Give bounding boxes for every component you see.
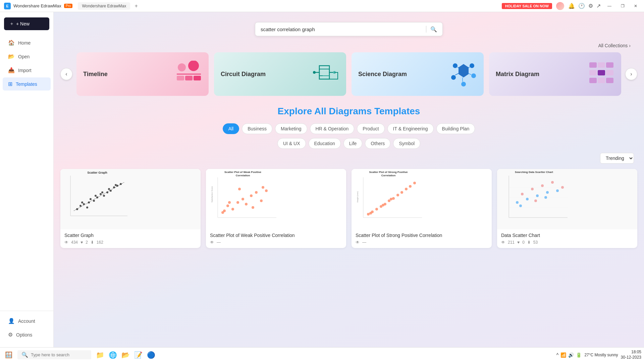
template-card-scatter-graph[interactable]: Scatter Graph [60, 169, 201, 248]
sidebar-item-options[interactable]: ⚙ Options [3, 328, 51, 341]
tab-item[interactable]: Wondershare EdrawMax [78, 2, 130, 10]
template-card-scatter-weak[interactable]: Scatter Plot of Weak Positive Correlatio… [206, 169, 346, 248]
filter-tab-ui[interactable]: UI & UX [277, 138, 306, 149]
pro-badge: Pro [64, 4, 73, 8]
view-count: 434 [71, 240, 78, 245]
search-input[interactable] [261, 26, 422, 32]
svg-rect-77 [352, 169, 425, 223]
up-arrow-icon[interactable]: ^ [556, 352, 559, 358]
svg-text:Satisfaction Score: Satisfaction Score [211, 186, 213, 202]
svg-rect-22 [589, 62, 597, 68]
template-info-scatter-weak: Scatter Plot of Weak Positive Correlatio… [206, 229, 346, 248]
new-button-label: + New [16, 21, 30, 26]
filter-tab-life[interactable]: Life [343, 138, 363, 149]
filter-tab-all[interactable]: All [223, 123, 239, 134]
options-icon: ⚙ [8, 331, 13, 338]
svg-point-109 [536, 194, 539, 197]
explore-text: Explore [278, 106, 314, 116]
template-meta-scatter-strong: 👁 — [356, 240, 488, 245]
template-card-scatter-strong[interactable]: Scatter Plot of Strong Positive Correlat… [352, 169, 492, 248]
carousel-card-timeline[interactable]: Timeline [76, 52, 209, 96]
sidebar-item-import[interactable]: 📥 Import [3, 64, 51, 77]
taskbar-app-explorer[interactable]: 📁 [94, 349, 106, 361]
svg-text:Searching Data Scartter Chart: Searching Data Scartter Chart [515, 171, 553, 174]
taskbar-app-files[interactable]: 📂 [119, 349, 131, 361]
view-icon4: 👁 [501, 240, 505, 245]
template-preview-scatter-strong: Scatter Plot of Strong Positive Correlat… [352, 169, 492, 229]
filter-tab-building[interactable]: Building Plan [436, 123, 475, 134]
all-collections-link[interactable]: All Collections › [598, 43, 631, 48]
search-button[interactable]: 🔍 [430, 26, 437, 33]
taskbar-search-input[interactable] [31, 352, 85, 357]
filter-tab-others[interactable]: Others [365, 138, 390, 149]
taskbar-app-edraw[interactable]: 🔵 [145, 349, 157, 361]
svg-point-75 [223, 209, 226, 212]
svg-point-72 [228, 201, 231, 204]
svg-text:Scatter Graph: Scatter Graph [87, 171, 107, 174]
new-button[interactable]: ＋ + New [4, 17, 49, 30]
template-meta-data-scatter: 👁 211 ♥ 0 ⬇ 53 [501, 240, 633, 245]
clock-icon[interactable]: 🕐 [578, 3, 585, 9]
carousel-card-matrix[interactable]: Matrix Diagram [489, 52, 621, 96]
taskbar-app-chrome[interactable]: 🌐 [107, 349, 119, 361]
svg-point-68 [250, 194, 253, 197]
sidebar-label-account: Account [18, 318, 35, 324]
sidebar-label-options: Options [16, 332, 32, 338]
filter-tab-business[interactable]: Business [242, 123, 272, 134]
network-icon[interactable]: 📶 [560, 352, 566, 358]
close-button[interactable]: ✕ [631, 4, 640, 8]
filter-tab-education[interactable]: Education [309, 138, 341, 149]
svg-point-110 [541, 184, 544, 187]
sidebar-label-home: Home [18, 40, 31, 46]
sidebar-label-templates: Templates [16, 81, 37, 87]
svg-point-111 [546, 191, 549, 194]
filter-tab-symbol[interactable]: Symbol [393, 138, 420, 149]
carousel-prev-button[interactable]: ‹ [60, 68, 72, 80]
holiday-sale-button[interactable]: HOLIDAY SALE ON NOW [502, 3, 552, 9]
volume-icon[interactable]: 🔊 [568, 352, 574, 358]
matrix-visual [588, 61, 614, 87]
maximize-button[interactable]: ❐ [618, 4, 627, 8]
tab-add-button[interactable]: + [133, 3, 140, 9]
svg-point-94 [413, 182, 416, 184]
svg-point-54 [115, 184, 117, 186]
view-icon3: 👁 [356, 240, 360, 245]
svg-point-71 [265, 189, 268, 192]
start-button[interactable]: 🪟 [3, 349, 15, 361]
share-icon[interactable]: ↗ [596, 3, 601, 9]
svg-point-105 [516, 201, 519, 204]
chevron-right-icon: › [629, 43, 631, 48]
carousel-next-button[interactable]: › [625, 68, 637, 80]
sidebar-item-templates[interactable]: ⊞ Templates [3, 77, 51, 90]
user-avatar[interactable] [556, 2, 564, 10]
svg-rect-3 [185, 76, 193, 80]
like-count: 2 [86, 240, 88, 245]
carousel-card-circuit[interactable]: Circuit Diagram [214, 52, 346, 96]
svg-point-83 [367, 213, 370, 216]
settings-icon[interactable]: ⚙ [588, 3, 593, 9]
template-card-data-scatter[interactable]: Searching Data Scartter Chart [497, 169, 637, 248]
carousel-card-science[interactable]: Science Diagram [352, 52, 484, 96]
minimize-button[interactable]: — [605, 4, 614, 8]
sidebar-item-open[interactable]: 📂 Open [3, 50, 51, 63]
filter-tab-it[interactable]: IT & Engineering [387, 123, 434, 134]
sidebar-item-account[interactable]: 👤 Account [3, 314, 51, 327]
main-layout: ＋ + New 🏠 Home 📂 Open 📥 Import ⊞ Templat… [0, 12, 644, 347]
svg-rect-26 [598, 70, 605, 75]
svg-point-69 [255, 191, 258, 194]
filter-tab-hr[interactable]: HR & Operation [310, 123, 355, 134]
bell-icon[interactable]: 🔔 [568, 3, 575, 9]
svg-point-67 [245, 203, 248, 205]
svg-point-0 [178, 63, 186, 71]
svg-point-91 [400, 191, 403, 194]
svg-rect-2 [177, 76, 184, 80]
science-visual [450, 61, 477, 87]
filter-tab-marketing[interactable]: Marketing [275, 123, 307, 134]
taskbar-app-word[interactable]: 📝 [132, 349, 144, 361]
svg-point-74 [262, 186, 264, 189]
battery-icon[interactable]: 🔋 [576, 352, 582, 358]
sort-select[interactable]: Trending Newest Popular [600, 153, 634, 164]
filter-tab-product[interactable]: Product [357, 123, 384, 134]
template-grid: Scatter Graph [60, 169, 637, 248]
sidebar-item-home[interactable]: 🏠 Home [3, 36, 51, 49]
